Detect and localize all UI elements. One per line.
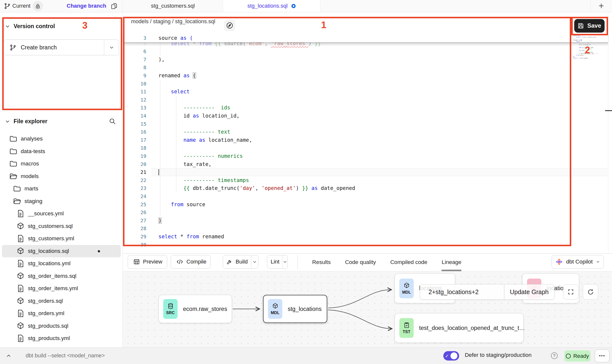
folder-icon [9,160,18,168]
more-options-button[interactable] [595,349,610,362]
tab-code-quality[interactable]: Code quality [345,254,376,271]
help-icon[interactable] [551,352,558,359]
panel-resize-handle[interactable] [605,110,612,111]
model-cube-icon [16,297,25,305]
chevron-up-icon[interactable] [5,353,12,359]
file-item-stg_orders.sql[interactable]: stg_orders.sql [2,295,121,307]
code-area[interactable]: 67),89renamed as (1011 select1213 ------… [123,47,608,249]
lock-icon [33,1,43,11]
file-item-stg_locations.yml[interactable]: stg_locations.yml [2,257,121,270]
build-dropdown[interactable] [251,255,258,268]
file-item-stg_order_items.yml[interactable]: stg_order_items.yml [2,282,121,295]
compile-button[interactable]: Compile [171,255,211,269]
lineage-canvas[interactable]: SRC ecom.raw_stores MDL stg_locations MD… [123,271,612,347]
file-icon [16,284,25,293]
git-branch-icon [10,44,16,51]
tab-stg_customers.sql[interactable]: stg_customers.sql [123,0,223,12]
divider [297,255,298,269]
lineage-node-test[interactable]: TST test_does_location_opened_at_trunc_t… [395,313,524,343]
save-button[interactable]: Save [574,19,605,33]
lineage-selector-bar: 2+stg_locations+2 Update Graph [420,284,554,300]
file-label: stg_orders.yml [28,310,64,317]
minimap[interactable]: source as ( select * from {{ source('eco… [573,35,597,79]
git-branch-icon [4,3,11,9]
copy-icon[interactable] [110,2,118,10]
build-button[interactable]: Build [223,259,251,265]
file-label: stg_orders.sql [28,298,63,304]
tab-lineage[interactable]: Lineage [442,254,461,271]
file-icon [16,309,25,318]
lint-dropdown[interactable] [282,255,287,268]
fullscreen-icon [568,289,574,295]
build-label: Build [236,259,248,265]
tab-stg_locations.sql[interactable]: stg_locations.sql [223,0,320,12]
create-branch-button[interactable]: Create branch [3,40,119,55]
create-branch-dropdown[interactable] [104,40,119,55]
defer-toggle[interactable]: ✓ [443,351,459,361]
chevron-down-icon [596,260,600,264]
tab-results[interactable]: Results [312,254,331,271]
lint-button[interactable]: Lint [267,259,279,265]
lineage-node-stg-locations[interactable]: MDL stg_locations [263,295,327,323]
search-icon[interactable] [109,118,116,125]
command-input[interactable]: dbt build --select <model_name> [26,352,105,359]
tab-compiled-code[interactable]: Compiled code [390,254,427,271]
dbt-copilot-logo [555,258,563,265]
file-item-data-tests[interactable]: data-tests [2,145,121,158]
file-label: stg_order_items.yml [28,285,78,292]
file-tree: analysesdata-testsmacrosmodelsmartsstagi… [0,133,123,345]
ready-label: Ready [573,353,589,359]
sticky-scroll-line: 3source as ( [123,34,608,42]
file-item-stg_locations.sql[interactable]: stg_locations.sql [2,245,121,258]
wrench-icon [226,259,232,265]
folder-icon [9,135,18,143]
file-item-marts[interactable]: marts [2,182,121,195]
file-explorer-header[interactable]: File explorer [5,118,47,125]
file-item-models[interactable]: models [2,170,121,183]
file-label: stg_customers.sql [28,223,73,229]
save-label: Save [587,22,601,29]
plus-icon[interactable] [599,1,604,11]
status-badge[interactable]: Ready [564,350,591,362]
branch-section: Current Change branch [0,0,123,12]
editor-pane: models / staging / stg_locations.sql Sav… [123,13,608,253]
lint-split-button: Lint [267,255,288,269]
model-cube-icon [16,322,25,330]
preview-button[interactable]: Preview [128,255,167,269]
file-label: __sources.yml [28,210,64,217]
folder-icon [9,147,18,156]
unsaved-indicator [291,4,296,8]
file-item-stg_products.yml[interactable]: stg_products.yml [2,332,121,345]
file-label: analyses [21,136,43,142]
update-graph-button[interactable]: Update Graph [504,284,554,299]
dbt-copilot-button[interactable]: dbt Copilot [551,255,604,269]
model-cube-icon [16,247,25,255]
chevron-down-icon [283,260,287,264]
lineage-selector-input[interactable]: 2+stg_locations+2 [420,284,504,299]
change-branch-link[interactable]: Change branch [67,3,106,9]
modified-indicator [98,250,100,252]
lineage-node-source[interactable]: SRC ecom.raw_stores [159,295,232,323]
version-control-header[interactable]: Version control [5,23,55,30]
file-item-stg_customers.yml[interactable]: stg_customers.yml [2,232,121,245]
chevron-down-icon [252,260,257,264]
file-item-staging[interactable]: staging [2,195,121,208]
refresh-button[interactable] [583,284,598,300]
file-item-stg_customers.sql[interactable]: stg_customers.sql [2,220,121,233]
file-label: stg_order_items.sql [28,273,76,279]
file-label: stg_customers.yml [28,235,74,242]
file-item-stg_orders.yml[interactable]: stg_orders.yml [2,307,121,320]
file-item-macros[interactable]: macros [2,158,121,170]
file-icon [16,259,25,268]
compass-icon[interactable] [224,20,235,31]
top-bar: Current Change branch stg_customers.sqls… [0,0,612,12]
file-item-__sources.yml[interactable]: __sources.yml [2,207,121,220]
file-item-stg_products.sql[interactable]: stg_products.sql [2,320,121,332]
fullscreen-button[interactable] [563,284,578,300]
clipboard-check-icon: TST [399,318,414,338]
table-icon [133,259,140,265]
file-item-analyses[interactable]: analyses [2,133,121,145]
model-cube-icon: MDL [399,279,414,298]
file-item-stg_order_items.sql[interactable]: stg_order_items.sql [2,270,121,283]
folder-open-icon [9,172,18,181]
